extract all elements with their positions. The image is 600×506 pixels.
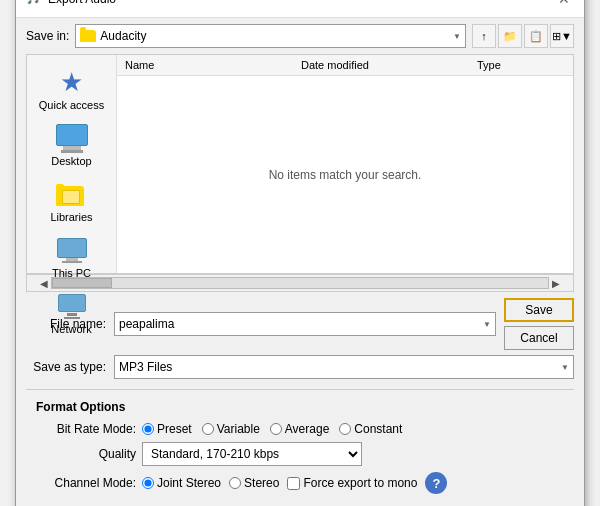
force-mono-checkbox[interactable] bbox=[287, 477, 300, 490]
clipboard-button[interactable]: 📋 bbox=[524, 24, 548, 48]
bitrate-variable-radio[interactable] bbox=[202, 423, 214, 435]
channel-group: Joint Stereo Stereo Force export to mono… bbox=[142, 472, 447, 494]
file-list-empty: No items match your search. bbox=[117, 76, 573, 273]
sidebar-item-quick-access[interactable]: ★ Quick access bbox=[32, 63, 112, 115]
filetype-row: Save as type: MP3 Files ▼ bbox=[26, 355, 574, 379]
channel-stereo[interactable]: Stereo bbox=[229, 476, 279, 490]
folder-icon bbox=[80, 30, 96, 42]
close-button[interactable]: ✕ bbox=[554, 0, 574, 9]
format-options-section: Format Options Bit Rate Mode: Preset Var… bbox=[16, 394, 584, 506]
bitrate-preset-radio[interactable] bbox=[142, 423, 154, 435]
col-type-header: Type bbox=[477, 59, 565, 71]
title-bar: 🎵 Export Audio ✕ bbox=[16, 0, 584, 18]
sidebar-item-libraries[interactable]: Libraries bbox=[32, 175, 112, 227]
view-options-button[interactable]: ⊞▼ bbox=[550, 24, 574, 48]
export-audio-dialog: 🎵 Export Audio ✕ Save in: Audacity ▼ ↑ 📁… bbox=[15, 0, 585, 506]
bitrate-variable-label: Variable bbox=[217, 422, 260, 436]
stereo-label: Stereo bbox=[244, 476, 279, 490]
bitrate-constant-radio[interactable] bbox=[339, 423, 351, 435]
bitrate-average-radio[interactable] bbox=[270, 423, 282, 435]
filename-input-wrapper: ▼ bbox=[114, 312, 496, 336]
filename-label: File name: bbox=[26, 317, 106, 331]
nav-up-button[interactable]: ↑ bbox=[472, 24, 496, 48]
file-list-header: Name Date modified Type bbox=[117, 55, 573, 76]
save-button[interactable]: Save bbox=[504, 298, 574, 322]
dialog-title: Export Audio bbox=[48, 0, 116, 6]
location-dropdown[interactable]: Audacity ▼ bbox=[75, 24, 466, 48]
sidebar-item-desktop[interactable]: Desktop bbox=[32, 119, 112, 171]
force-mono-checkbox-label[interactable]: Force export to mono bbox=[287, 476, 417, 490]
sidebar: ★ Quick access Desktop bbox=[27, 55, 117, 273]
channel-label: Channel Mode: bbox=[36, 476, 136, 490]
desktop-icon bbox=[54, 123, 90, 153]
bitrate-variable[interactable]: Variable bbox=[202, 422, 260, 436]
bitrate-row: Bit Rate Mode: Preset Variable Average C… bbox=[36, 422, 564, 436]
bitrate-preset[interactable]: Preset bbox=[142, 422, 192, 436]
sidebar-item-this-pc[interactable]: This PC bbox=[32, 231, 112, 283]
horizontal-scrollbar[interactable] bbox=[51, 277, 549, 289]
joint-stereo-radio[interactable] bbox=[142, 477, 154, 489]
filename-input[interactable] bbox=[119, 317, 483, 331]
bitrate-label: Bit Rate Mode: bbox=[36, 422, 136, 436]
toolbar-row: Save in: Audacity ▼ ↑ 📁 📋 ⊞▼ bbox=[16, 18, 584, 54]
main-area: ★ Quick access Desktop bbox=[26, 54, 574, 274]
help-button[interactable]: ? bbox=[425, 472, 447, 494]
filetype-dropdown-arrow[interactable]: ▼ bbox=[561, 363, 569, 372]
empty-message: No items match your search. bbox=[269, 168, 422, 182]
bitrate-preset-label: Preset bbox=[157, 422, 192, 436]
quality-select[interactable]: Standard, 170-210 kbps Insane, 320 kbps … bbox=[142, 442, 362, 466]
filename-dropdown-arrow[interactable]: ▼ bbox=[483, 320, 491, 329]
quality-row: Quality Standard, 170-210 kbps Insane, 3… bbox=[36, 442, 564, 466]
bitrate-average[interactable]: Average bbox=[270, 422, 329, 436]
stereo-radio[interactable] bbox=[229, 477, 241, 489]
channel-joint-stereo[interactable]: Joint Stereo bbox=[142, 476, 221, 490]
sidebar-item-label: Libraries bbox=[50, 211, 92, 223]
joint-stereo-label: Joint Stereo bbox=[157, 476, 221, 490]
quick-access-icon: ★ bbox=[54, 67, 90, 97]
libraries-icon bbox=[54, 179, 90, 209]
bitrate-constant-label: Constant bbox=[354, 422, 402, 436]
scroll-left-arrow[interactable]: ◀ bbox=[37, 278, 51, 289]
location-text: Audacity bbox=[100, 29, 449, 43]
col-name-header: Name bbox=[125, 59, 301, 71]
toolbar-icons: ↑ 📁 📋 ⊞▼ bbox=[472, 24, 574, 48]
bitrate-radio-group: Preset Variable Average Constant bbox=[142, 422, 402, 436]
new-folder-button[interactable]: 📁 bbox=[498, 24, 522, 48]
save-in-label: Save in: bbox=[26, 29, 69, 43]
cancel-button[interactable]: Cancel bbox=[504, 326, 574, 350]
file-list: Name Date modified Type No items match y… bbox=[117, 55, 573, 273]
scroll-right-arrow[interactable]: ▶ bbox=[549, 278, 563, 289]
filetype-label: Save as type: bbox=[26, 360, 106, 374]
force-mono-label: Force export to mono bbox=[303, 476, 417, 490]
scrollbar-thumb[interactable] bbox=[52, 278, 112, 288]
bitrate-constant[interactable]: Constant bbox=[339, 422, 402, 436]
sidebar-item-label: Quick access bbox=[39, 99, 104, 111]
sidebar-item-label: Desktop bbox=[51, 155, 91, 167]
quality-label: Quality bbox=[36, 447, 136, 461]
this-pc-icon bbox=[54, 235, 90, 265]
fields-area: File name: ▼ Save Cancel Save as type: M… bbox=[16, 292, 584, 385]
col-date-header: Date modified bbox=[301, 59, 477, 71]
dropdown-arrow-icon: ▼ bbox=[453, 32, 461, 41]
bitrate-average-label: Average bbox=[285, 422, 329, 436]
format-options-title: Format Options bbox=[36, 400, 564, 414]
filetype-input-wrapper: MP3 Files ▼ bbox=[114, 355, 574, 379]
app-icon: 🎵 bbox=[26, 0, 42, 7]
filetype-value: MP3 Files bbox=[119, 360, 561, 374]
channel-row: Channel Mode: Joint Stereo Stereo Force … bbox=[36, 472, 564, 494]
filename-row: File name: ▼ Save Cancel bbox=[26, 298, 574, 350]
format-divider bbox=[26, 389, 574, 390]
button-col: Save Cancel bbox=[504, 298, 574, 350]
